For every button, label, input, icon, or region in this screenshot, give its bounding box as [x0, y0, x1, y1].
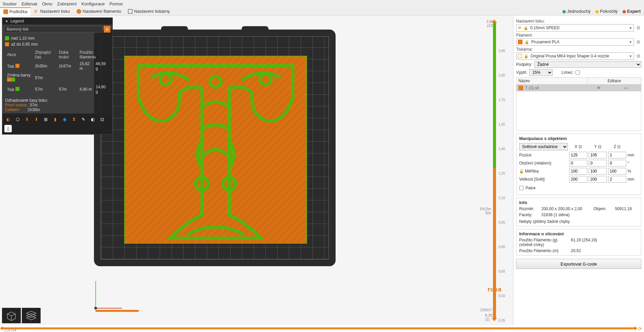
feature-wireframe-icon[interactable]: ⊡ — [98, 115, 106, 123]
x-axis-icon — [95, 308, 122, 309]
lock-icon[interactable]: 🔓 — [519, 169, 524, 173]
slider-track[interactable] — [2, 327, 635, 329]
legend-header[interactable]: ▼ Legend — [2, 18, 112, 25]
manip-input[interactable] — [608, 152, 626, 158]
layer-tick: 0,35 — [499, 319, 505, 322]
tab-print-label: Nastavení tisku — [40, 9, 70, 14]
visibility-icon[interactable]: 👁 — [597, 86, 601, 90]
manip-input[interactable] — [569, 176, 587, 183]
legend-view-dropdown[interactable] — [4, 26, 102, 33]
tab-plater-label: Podložka — [9, 9, 27, 14]
view-3d-button[interactable] — [2, 308, 21, 323]
feature-down-icon[interactable]: ⬇ — [33, 115, 40, 123]
print-preset-label: Nastavení tisku: — [516, 19, 641, 23]
manip-input[interactable] — [589, 168, 607, 175]
layer-tick: 1,10 — [499, 196, 505, 200]
manip-input[interactable] — [569, 160, 587, 167]
brim-checkbox[interactable] — [576, 69, 580, 76]
object-row[interactable]: T (3).stl 👁 ▭ — [516, 85, 641, 91]
layer-tick: 1,40 — [499, 147, 505, 151]
manip-input[interactable] — [608, 176, 626, 183]
tab-filament-settings[interactable]: Nastavení filamentu — [73, 7, 125, 15]
layer-slider[interactable]: 2,00(13) 1h12m32s 0,20(1) 2,001,851,701,… — [486, 19, 505, 322]
infill-select[interactable]: 15% — [529, 69, 553, 76]
edit-printer-button[interactable]: ⚙ — [635, 53, 641, 59]
edit-preset-button[interactable]: ⚙ — [635, 25, 641, 31]
view-layers-button[interactable] — [22, 308, 41, 323]
supports-select[interactable]: Žádné — [534, 61, 641, 68]
menu-config[interactable]: Konfigurace — [82, 1, 105, 6]
tab-print-settings[interactable]: ⚙ Nastavení tisku — [31, 7, 73, 15]
feature-solid-icon[interactable]: ▮ — [51, 115, 59, 123]
manip-input[interactable] — [589, 176, 607, 183]
reload-icon[interactable]: ⟳ — [638, 326, 642, 331]
menu-window[interactable]: Okno — [42, 1, 52, 6]
tab-bar: Podložka ⚙ Nastavení tisku Nastavení fil… — [0, 7, 644, 15]
layer-mid-readout: 1h12m32s — [480, 207, 491, 215]
mode-simple[interactable]: Jednoduchý — [562, 9, 591, 14]
slicing-title: Informace o slicování — [519, 231, 564, 236]
menu-file[interactable]: Soubor — [3, 1, 17, 6]
export-gcode-button[interactable]: Exportovat G-code — [516, 259, 641, 269]
feature-time-icon[interactable]: ⧗ — [70, 115, 78, 123]
menu-edit[interactable]: Editovat — [21, 1, 37, 6]
feature-perimeter-icon[interactable]: ◐ — [4, 115, 12, 123]
coord-mode-select[interactable]: Světové souřadnice — [519, 143, 568, 150]
feature-up-icon[interactable]: ⬆ — [23, 115, 31, 123]
manip-input[interactable] — [569, 152, 587, 158]
collapse-icon: ▼ — [5, 19, 8, 23]
feature-shells-icon[interactable]: ▯ — [4, 125, 12, 132]
mode-advanced[interactable]: Pokročilý — [595, 9, 618, 14]
brim-label: Límec: — [561, 70, 574, 75]
inches-label: Palce — [526, 186, 536, 190]
slider-thumb-bottom-icon[interactable] — [492, 318, 497, 321]
manip-input[interactable] — [608, 160, 626, 167]
info-title: Info — [519, 200, 527, 205]
printer-icon — [518, 54, 522, 58]
tab-printer-settings[interactable]: Nastavení tiskárny — [125, 7, 173, 15]
layer-tick: 1,85 — [499, 74, 505, 77]
manip-row: Otočení (relativní):° — [519, 160, 638, 167]
chevron-down-icon: ▼ — [629, 54, 632, 58]
axis-x-header: X ⊡ — [569, 144, 587, 149]
filament-preset-select[interactable]: 🔒 Prusament PLA ▼ — [516, 38, 634, 46]
layer-tick: 2,00 — [499, 49, 505, 53]
manip-row-label: Otočení (relativní): — [519, 161, 568, 165]
color-swatch-icon — [15, 87, 19, 91]
print-preset-select[interactable]: ⚙ 🔒 0.15mm SPEED ▼ — [516, 24, 634, 32]
sliced-model[interactable] — [124, 56, 307, 244]
mode-expert[interactable]: Expert — [623, 9, 641, 14]
filament-color-swatch[interactable] — [518, 40, 523, 44]
manip-input[interactable] — [589, 160, 607, 167]
printer-preset-select[interactable]: 🔒 Original Prusa MK4 Input Shaper 0.4 no… — [516, 52, 634, 60]
gear-icon: ⚙ — [518, 26, 522, 30]
right-panel: Nastavení tisku: ⚙ 🔒 0.15mm SPEED ▼ ⚙ Fi… — [513, 15, 644, 325]
table-row: Tisk 2h35m1h37m15,62 m46,59 g — [6, 61, 109, 72]
mode-switcher: Jednoduchý Pokročilý Expert — [562, 9, 644, 14]
menu-help[interactable]: Pomoc — [109, 1, 123, 6]
tab-printer-label: Nastavení tiskárny — [134, 9, 170, 14]
color-swatch-icon — [11, 78, 15, 82]
feature-infill-icon[interactable]: ⊞ — [42, 115, 49, 123]
feature-wipe-icon[interactable]: ✎ — [80, 115, 87, 123]
manip-input[interactable] — [569, 168, 587, 175]
lock-icon: 🔒 — [524, 26, 528, 30]
feature-shell-icon[interactable]: ⬡ — [14, 115, 21, 123]
edit-filament-button[interactable]: ⚙ — [635, 39, 641, 45]
tab-plater[interactable]: Podložka — [0, 7, 31, 15]
tab-filament-label: Nastavení filamentu — [83, 9, 121, 14]
editable-icon[interactable]: ▭ — [624, 86, 628, 90]
manip-input[interactable] — [608, 168, 626, 175]
legend-title: Legend — [10, 19, 24, 23]
inches-checkbox[interactable] — [519, 185, 524, 191]
manip-title: Manipulace s objektem — [519, 136, 638, 141]
viewport-3d[interactable]: rusa 258017 ▼ Legend ▼ nad 1,10 mm — [0, 15, 513, 325]
dropdown-toggle[interactable]: ▼ — [104, 26, 110, 33]
menu-view[interactable]: Zobrazení — [57, 1, 77, 6]
feature-ironing-icon[interactable]: ◉ — [61, 115, 68, 123]
svg-point-1 — [260, 74, 271, 85]
manip-input[interactable] — [589, 152, 607, 158]
feature-retract-icon[interactable]: ◐ — [89, 115, 96, 123]
table-row: Tisk 57m57m4,90 m14,60 g — [6, 84, 109, 95]
horizontal-slider[interactable]: 218704 ⟳ — [0, 325, 644, 332]
